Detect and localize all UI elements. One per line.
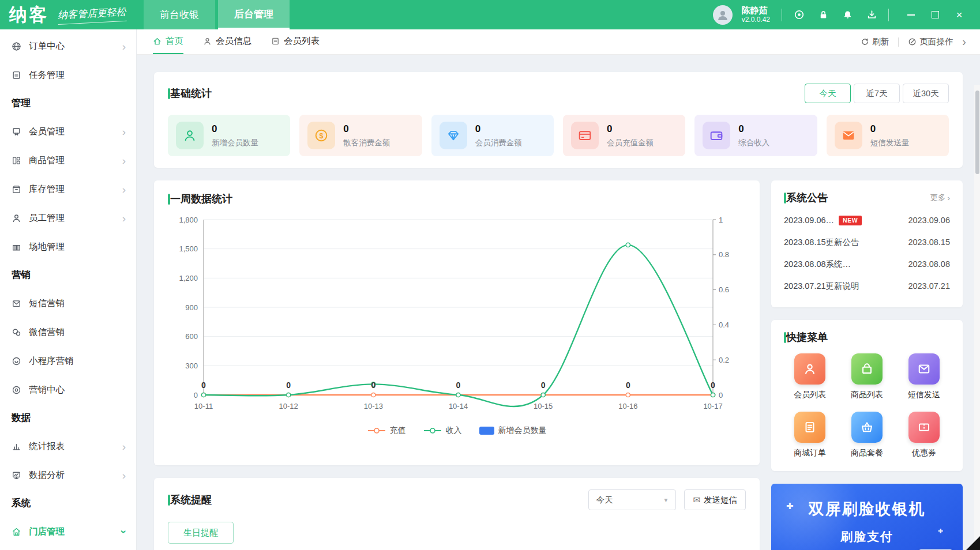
svg-text:0.2: 0.2	[719, 356, 729, 364]
quick-goods-packages[interactable]: 商品套餐	[851, 412, 883, 458]
lock-icon[interactable]	[816, 7, 831, 22]
stat-value: 0	[607, 123, 654, 135]
member-info-icon	[203, 37, 212, 46]
scrollbar-thumb[interactable]	[975, 91, 979, 174]
tab-label: 会员列表	[284, 35, 320, 47]
chevron-right-icon[interactable]: ›	[962, 35, 966, 48]
svg-text:0: 0	[201, 381, 206, 390]
tab-member-info[interactable]: 会员信息	[203, 29, 251, 54]
notice-title: 系统公告	[786, 191, 828, 205]
page-ops-button[interactable]: 页面操作	[908, 36, 953, 47]
app-logo: 纳客	[9, 3, 48, 27]
nav-admin[interactable]: 后台管理	[218, 0, 290, 29]
sidebar-item-task[interactable]: 任务管理	[0, 61, 136, 89]
envelope-icon: ✉	[693, 495, 700, 505]
maximize-icon	[932, 11, 939, 18]
bell-icon[interactable]	[840, 7, 855, 22]
stat-cards-row: 0新增会员数量 $ 0散客消费金额 0会员消费金额	[168, 115, 949, 156]
stats-title: 基础统计	[170, 86, 212, 100]
tab-home[interactable]: 首页	[153, 29, 183, 54]
notice-more-link[interactable]: 更多›	[930, 193, 951, 203]
legend-item-income[interactable]: 收入	[423, 425, 462, 436]
chevron-right-icon: ›	[122, 470, 126, 481]
support-icon[interactable]	[791, 7, 806, 22]
top-header: 纳客 纳客管店更轻松 前台收银 后台管理 陈静茹 v2.0.0.42 ×	[0, 0, 980, 29]
quick-sms-send[interactable]: 短信发送	[908, 353, 940, 400]
sidebar-item-label: 数据分析	[29, 469, 115, 481]
birthday-reminder-tab[interactable]: 生日提醒	[168, 522, 234, 544]
sidebar-item-analysis[interactable]: 数据分析 ›	[0, 461, 136, 489]
sidebar-item-member[interactable]: 会员管理 ›	[0, 117, 136, 146]
notice-list: 2023.09.06… NEW 2023.09.06 2023.08.15更新公…	[784, 209, 950, 297]
app-version: v2.0.0.42	[742, 16, 770, 25]
basic-stats-card: 基础统计 今天 近7天 近30天 0新增会员数量	[154, 72, 963, 168]
sidebar-item-report[interactable]: 统计报表 ›	[0, 432, 136, 461]
stat-card-new-members: 0新增会员数量	[168, 115, 290, 156]
svg-text:0: 0	[719, 391, 723, 400]
sidebar-item-inventory[interactable]: 库存管理 ›	[0, 175, 136, 204]
avatar[interactable]	[713, 5, 733, 25]
send-sms-button[interactable]: ✉ 发送短信	[684, 489, 746, 510]
legend-item-new-members[interactable]: 新增会员数量	[479, 425, 547, 436]
sidebar-item-sms-marketing[interactable]: 短信营销	[0, 289, 136, 318]
period-30days-button[interactable]: 近30天	[903, 84, 949, 103]
svg-text:0: 0	[711, 381, 715, 390]
notice-item[interactable]: 2023.08.15更新公告 2023.08.15	[784, 231, 950, 253]
home-icon	[153, 37, 162, 46]
venue-icon	[12, 242, 21, 252]
promo-banner[interactable]: ✚ ✚ 双屏刷脸收银机 刷脸支付	[771, 484, 963, 550]
sidebar-item-order-center[interactable]: 订单中心 ›	[0, 32, 136, 61]
stat-value: 0	[343, 123, 390, 135]
stat-card-walkin-spend: $ 0散客消费金额	[299, 115, 422, 156]
chevron-right-icon: ›	[948, 194, 951, 202]
bar-marker-icon	[479, 427, 494, 435]
period-7days-button[interactable]: 近7天	[854, 84, 900, 103]
basket-icon	[851, 412, 883, 443]
reminder-period-select[interactable]: 今天 ▼	[588, 489, 676, 510]
sidebar-item-label: 统计报表	[29, 440, 115, 453]
line-marker-icon	[423, 427, 442, 434]
sidebar-item-wechat-marketing[interactable]: 微信营销	[0, 318, 136, 346]
corner-expand-button[interactable]	[966, 536, 980, 550]
user-name: 陈静茹	[742, 5, 770, 16]
download-icon[interactable]	[864, 7, 879, 22]
legend-item-recharge[interactable]: 充值	[367, 425, 406, 436]
quick-menu-card: 快捷菜单 会员列表	[771, 320, 963, 471]
minimize-button[interactable]	[902, 6, 920, 24]
notice-item-title: 2023.09.06…	[784, 216, 834, 225]
quick-goods-list[interactable]: 商品列表	[851, 353, 883, 400]
avatar-person-icon	[716, 9, 729, 21]
wallet-icon	[703, 122, 730, 149]
notice-item-date: 2023.08.08	[908, 259, 950, 269]
notice-item[interactable]: 2023.08.08系统… 2023.08.08	[784, 253, 950, 275]
sidebar-item-staff[interactable]: 员工管理 ›	[0, 204, 136, 232]
notice-item[interactable]: 2023.07.21更新说明 2023.07.21	[784, 275, 950, 297]
period-today-button[interactable]: 今天	[805, 84, 851, 103]
sidebar-item-venue[interactable]: 场地管理	[0, 232, 136, 261]
quick-label: 会员列表	[794, 390, 826, 400]
sidebar-item-store[interactable]: 门店管理 ›	[0, 517, 136, 546]
report-icon	[12, 442, 21, 451]
nav-cashier[interactable]: 前台收银	[144, 0, 215, 29]
document-icon	[794, 412, 825, 443]
tab-member-list[interactable]: 会员列表	[271, 29, 320, 54]
sidebar-item-label: 微信营销	[29, 326, 126, 338]
page-ops-icon	[908, 37, 917, 46]
notice-item[interactable]: 2023.09.06… NEW 2023.09.06	[784, 209, 950, 231]
quick-label: 商品套餐	[851, 448, 883, 458]
quick-coupons[interactable]: 优惠券	[908, 412, 940, 458]
sidebar-item-miniapp-marketing[interactable]: 小程序营销	[0, 346, 136, 375]
vertical-scrollbar[interactable]	[974, 85, 980, 550]
quick-member-list[interactable]: 会员列表	[794, 353, 826, 400]
maximize-button[interactable]	[926, 6, 944, 24]
sidebar-item-goods[interactable]: 商品管理 ›	[0, 146, 136, 175]
quick-label: 短信发送	[908, 390, 940, 400]
close-button[interactable]: ×	[950, 6, 968, 24]
ticket-icon	[908, 412, 940, 443]
sidebar-item-label: 员工管理	[29, 212, 115, 224]
quick-mall-orders[interactable]: 商城订单	[794, 412, 826, 458]
sidebar-item-marketing-center[interactable]: 营销中心	[0, 375, 136, 404]
period-filter: 今天 近7天 近30天	[805, 84, 949, 103]
refresh-button[interactable]: 刷新	[861, 36, 889, 47]
user-info[interactable]: 陈静茹 v2.0.0.42	[742, 5, 770, 25]
